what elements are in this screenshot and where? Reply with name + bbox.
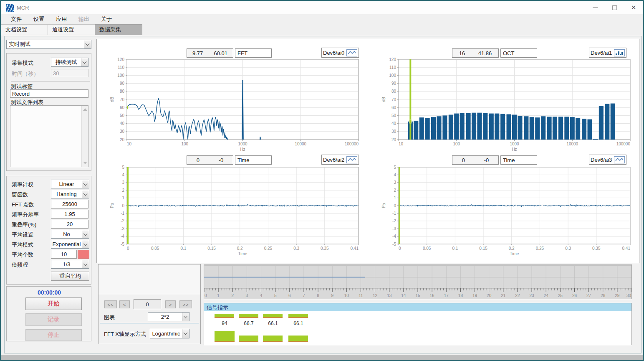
svg-text:-2: -2: [121, 219, 124, 223]
menu-file[interactable]: 文件: [6, 14, 27, 24]
chevron-down-icon[interactable]: [182, 329, 189, 338]
nav-next-button[interactable]: >: [165, 300, 176, 308]
chevron-down-icon[interactable]: [82, 230, 89, 238]
test-file-list[interactable]: [10, 105, 88, 167]
svg-text:70: 70: [120, 97, 125, 102]
nav-first-button[interactable]: <<: [104, 300, 117, 308]
time2-channel-box[interactable]: Dev6/ai3: [589, 155, 626, 165]
chevron-down-icon[interactable]: [82, 240, 89, 248]
svg-text:0: 0: [127, 246, 129, 251]
svg-text:100: 100: [453, 142, 460, 146]
chevron-down-icon[interactable]: [81, 58, 88, 66]
signal-value: 66.1: [288, 320, 308, 326]
acq-mode-select[interactable]: 持续测试: [51, 58, 88, 67]
param-select[interactable]: 1/3: [51, 260, 89, 269]
start-button[interactable]: 开始: [25, 297, 82, 310]
svg-text:100000: 100000: [616, 142, 631, 146]
svg-text:120: 120: [389, 57, 396, 62]
chevron-down-icon[interactable]: [82, 190, 89, 198]
svg-text:7: 7: [303, 293, 305, 298]
fft-cursor-readout: 9.7760.01: [187, 48, 233, 58]
nav-last-button[interactable]: >>: [179, 300, 192, 308]
chevron-down-icon[interactable]: [82, 260, 89, 268]
param-select[interactable]: Hanning: [51, 190, 89, 198]
param-input[interactable]: 10: [51, 250, 77, 259]
minimize-button[interactable]: [586, 1, 605, 14]
menu-settings[interactable]: 设置: [28, 14, 49, 24]
svg-text:8: 8: [317, 293, 319, 298]
signal-level-bar: [215, 314, 234, 318]
menu-about[interactable]: 关于: [96, 14, 117, 24]
page-number-input[interactable]: 0: [134, 299, 161, 309]
time2-type-box[interactable]: Time: [500, 155, 537, 165]
oct-cursor-readout: 1641.86: [452, 48, 499, 58]
time1-type-box[interactable]: Time: [235, 155, 272, 165]
test-mode-select[interactable]: 实时测试: [6, 40, 91, 49]
chart-cell-fft: 9.7760.01 FFT Dev6/ai0 20304050607080901…: [97, 39, 368, 151]
fft-channel-box[interactable]: Dev6/ai0: [321, 48, 359, 58]
scrollbar[interactable]: [81, 106, 88, 167]
chart-cell-time1: 0-0 Time Dev6/ai2 -5-4-3-2-101234500.050…: [97, 151, 368, 264]
param-label: 倍频程: [12, 261, 28, 269]
svg-text:19: 19: [472, 293, 477, 298]
tab-channel-settings[interactable]: 通道设置: [48, 24, 95, 35]
param-input[interactable]: 1.95: [51, 210, 88, 219]
svg-text:1: 1: [394, 196, 396, 200]
svg-text:2: 2: [122, 188, 124, 193]
time1-channel-box[interactable]: Dev6/ai2: [321, 155, 359, 165]
svg-text:4: 4: [122, 173, 124, 177]
param-label: 重叠率(%): [12, 221, 36, 229]
test-tag-input[interactable]: Record: [10, 89, 88, 98]
signal-value: 94: [215, 320, 235, 326]
restart-average-button[interactable]: 重启平均: [51, 272, 89, 281]
fft-axis-mode-select[interactable]: Logarithmic: [150, 329, 189, 338]
timeline-panel[interactable]: 1234567891011121314151617181920212223242…: [204, 264, 632, 299]
chart-layout-select[interactable]: 2*2: [148, 312, 189, 321]
chevron-down-icon[interactable]: [82, 180, 89, 188]
svg-text:80: 80: [391, 89, 397, 94]
chevron-down-icon[interactable]: [182, 313, 189, 321]
svg-text:10000: 10000: [566, 142, 578, 146]
signal-indicator-title: 信号指示: [204, 303, 631, 311]
svg-text:60: 60: [120, 105, 125, 110]
param-select[interactable]: Exponential: [51, 240, 89, 249]
test-mode-value: 实时测试: [7, 41, 84, 48]
info-box: [98, 264, 200, 294]
fft-type-box[interactable]: FFT: [235, 48, 272, 58]
svg-text:0.25: 0.25: [264, 246, 273, 251]
close-button[interactable]: ✕: [624, 1, 643, 14]
svg-text:60: 60: [391, 105, 397, 110]
record-button: 记录: [25, 313, 82, 326]
param-select[interactable]: No: [51, 230, 89, 239]
oct-channel-box[interactable]: Dev6/ai1: [589, 48, 626, 58]
timeline-ruler: 1234567891011121314151617181920212223242…: [204, 265, 631, 299]
chevron-down-icon[interactable]: [84, 40, 91, 48]
svg-text:0.3: 0.3: [293, 246, 299, 251]
title-bar: MCR ✕: [1, 1, 643, 14]
param-input[interactable]: 20: [51, 220, 88, 229]
tab-data-acquisition[interactable]: 数据采集: [95, 24, 142, 35]
svg-text:0.2: 0.2: [237, 246, 243, 251]
svg-text:2: 2: [231, 293, 234, 298]
window-title: MCR: [17, 5, 29, 11]
time2-plot[interactable]: -5-4-3-2-101234500.050.10.150.20.250.30.…: [369, 151, 640, 264]
time1-plot[interactable]: -5-4-3-2-101234500.050.10.150.20.250.30.…: [97, 151, 368, 264]
svg-text:3: 3: [394, 180, 396, 185]
svg-text:29: 29: [615, 293, 620, 298]
svg-text:90: 90: [120, 81, 125, 86]
param-label: 频率分辨率: [12, 211, 39, 219]
menu-apply[interactable]: 应用: [51, 14, 72, 24]
maximize-button[interactable]: [605, 1, 624, 14]
window-bottom-edge: [1, 355, 643, 360]
scroll-up-icon[interactable]: [83, 108, 87, 111]
svg-text:25: 25: [558, 293, 563, 298]
oct-type-box[interactable]: OCT: [500, 48, 537, 58]
nav-prev-button[interactable]: <: [119, 300, 130, 308]
stop-button: 停止: [25, 329, 82, 341]
signal-value: 66.7: [239, 320, 259, 326]
param-input[interactable]: 25600: [51, 200, 88, 208]
scroll-down-icon[interactable]: [83, 162, 87, 164]
tab-document-settings[interactable]: 文档设置: [1, 24, 48, 35]
display-control-panel: << < 0 > >> 图表 2*2 FFT X轴显示方式 Logarithmi…: [98, 264, 201, 344]
param-select[interactable]: Linear: [51, 180, 89, 188]
